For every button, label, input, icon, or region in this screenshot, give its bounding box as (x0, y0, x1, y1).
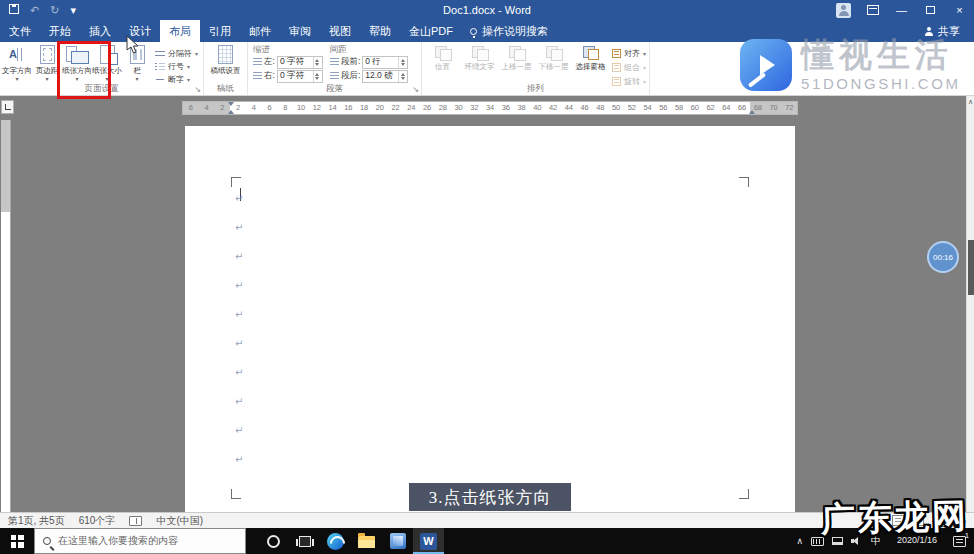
line-numbers-button[interactable]: 行号▾ (155, 61, 198, 71)
arrange-button[interactable]: 选择窗格 (572, 43, 609, 83)
arrange-button[interactable]: 上移一层 (498, 43, 535, 83)
field-label: 段后: (341, 70, 360, 82)
spacing-fields: 段前:0 行段后:12.0 磅 (330, 55, 408, 83)
network-icon[interactable] (832, 537, 843, 545)
page-indicator[interactable]: 第1页, 共5页 (8, 514, 65, 528)
field-input[interactable]: 0 字符 (277, 56, 323, 69)
breaks-button[interactable]: 分隔符▾ (155, 48, 198, 58)
account-button[interactable] (829, 0, 858, 20)
zoom-level[interactable]: 85% (946, 515, 966, 526)
arrange-group: 位置环绕文字上移一层下移一层选择窗格 对齐▾组合▾旋转▾ 排列 (422, 42, 650, 95)
arrange-menu-button[interactable]: 对齐▾ (612, 48, 646, 58)
paragraph-mark: ↵ (235, 368, 243, 378)
document-page[interactable]: ↵↵↵↵↵↵↵↵↵↵ 3.点击纸张方向 (185, 126, 795, 512)
text-direction-button[interactable]: 文字方向▾ (2, 43, 32, 83)
arrange-menu-button[interactable]: 组合▾ (612, 62, 646, 72)
edge-taskbar-button[interactable] (320, 528, 351, 554)
minimize-button[interactable]: — (887, 0, 916, 20)
ribbon-tab[interactable]: 引用 (200, 20, 240, 42)
chevron-down-icon: ▾ (187, 76, 190, 83)
spinner[interactable] (398, 57, 407, 68)
horizontal-ruler[interactable]: 6422468101214161820222426283032343638404… (182, 101, 798, 115)
paragraph-mark: ↵ (235, 194, 243, 204)
arrange-group-label: 排列 (422, 83, 649, 95)
scrollbar-thumb[interactable] (968, 240, 974, 295)
ruler-number: 26 (419, 102, 435, 114)
ribbon-display-icon (867, 5, 879, 15)
zoom-in-button[interactable]: + (932, 515, 938, 527)
word-count[interactable]: 610个字 (79, 514, 116, 528)
ribbon-tab[interactable]: 文件 (0, 20, 40, 42)
ribbon-display-options-button[interactable] (858, 0, 887, 20)
proofing-icon[interactable] (129, 516, 142, 526)
web-layout-button[interactable] (912, 515, 924, 526)
share-button[interactable]: 共享 (924, 20, 974, 42)
first-line-indent-marker[interactable] (228, 102, 234, 106)
word-taskbar-button[interactable]: W (413, 528, 444, 554)
field-input[interactable]: 0 行 (362, 56, 408, 69)
page-setup-dialog-launcher[interactable]: ↘ (194, 85, 201, 94)
field-input[interactable]: 0 字符 (277, 70, 323, 83)
grid-paper-group-label: 稿纸 (204, 83, 247, 95)
tab-selector[interactable] (1, 100, 14, 114)
keyboard-icon[interactable] (811, 537, 824, 546)
arrange-button[interactable]: 位置 (424, 43, 461, 83)
start-button[interactable] (0, 528, 34, 554)
chevron-up-icon[interactable]: ∧ (796, 536, 803, 546)
paragraph-dialog-launcher[interactable]: ↘ (412, 85, 419, 94)
vertical-ruler[interactable] (1, 120, 11, 512)
grid-paper-icon (218, 45, 233, 64)
crop-mark-bottom-right (739, 489, 749, 499)
ime-indicator[interactable]: 中 (871, 534, 881, 548)
left-indent-marker[interactable] (228, 110, 234, 114)
ribbon-tab[interactable]: 邮件 (240, 20, 280, 42)
ribbon-tab[interactable]: 开始 (40, 20, 80, 42)
read-mode-button[interactable] (872, 515, 884, 526)
collapse-ribbon-icon[interactable]: ∧ (967, 97, 974, 106)
search-input[interactable]: 在这里输入你要搜索的内容 (34, 528, 246, 554)
field-input[interactable]: 12.0 磅 (362, 70, 408, 83)
cortana-taskbar-button[interactable] (258, 528, 289, 554)
task-view-taskbar-button[interactable] (289, 528, 320, 554)
paragraph-mark: ↵ (235, 310, 243, 320)
word-window: ↶ ↻ ▾ Doc1.docx - Word — × 文件开始插入设计布局引用邮… (0, 0, 974, 554)
file-explorer-taskbar-button[interactable] (351, 528, 382, 554)
clock-date[interactable]: 2020/1/16 (889, 535, 945, 548)
edge-icon (327, 533, 344, 550)
spinner[interactable] (313, 71, 322, 82)
print-layout-button[interactable] (892, 515, 904, 526)
volume-icon[interactable] (851, 536, 863, 546)
ruler-number: 34 (482, 102, 498, 114)
language-indicator[interactable]: 中文(中国) (156, 514, 203, 528)
crop-mark-bottom-left (231, 489, 241, 499)
spinner[interactable] (313, 57, 322, 68)
task-view-icon (299, 536, 311, 547)
ribbon-tab[interactable]: 审阅 (280, 20, 320, 42)
ribbon-tab[interactable]: 布局 (160, 20, 200, 42)
tell-me-search[interactable]: 操作说明搜索 (470, 20, 548, 42)
vertical-scrollbar[interactable]: ∧ (966, 96, 974, 512)
app-taskbar-button[interactable] (382, 528, 413, 554)
notification-center-icon[interactable]: 1 (953, 536, 966, 547)
text-direction-icon (8, 45, 26, 64)
grid-setup-button[interactable]: 稿纸设置 (209, 43, 243, 83)
system-tray: ∧ 中 2020/1/16 1 (796, 534, 974, 548)
ribbon-tab[interactable]: 帮助 (360, 20, 400, 42)
close-button[interactable]: × (945, 0, 974, 20)
save-button[interactable] (9, 0, 19, 20)
restore-button[interactable] (916, 0, 945, 20)
right-indent-marker[interactable] (749, 110, 755, 114)
arrange-button[interactable]: 下移一层 (535, 43, 572, 83)
ribbon-tab[interactable]: 金山PDF (400, 20, 462, 42)
redo-button[interactable]: ↻ (50, 0, 59, 20)
undo-button[interactable]: ↶ (30, 0, 39, 20)
spinner[interactable] (398, 71, 407, 82)
indent-icon (253, 72, 262, 80)
ruler-number: 32 (467, 102, 483, 114)
ruler-number: 66 (734, 102, 750, 114)
arrange-button[interactable]: 环绕文字 (461, 43, 498, 83)
customize-qat-button[interactable]: ▾ (70, 0, 76, 20)
crop-mark-top-left (231, 177, 241, 187)
ribbon-tab[interactable]: 视图 (320, 20, 360, 42)
ribbon-tab[interactable]: 插入 (80, 20, 120, 42)
